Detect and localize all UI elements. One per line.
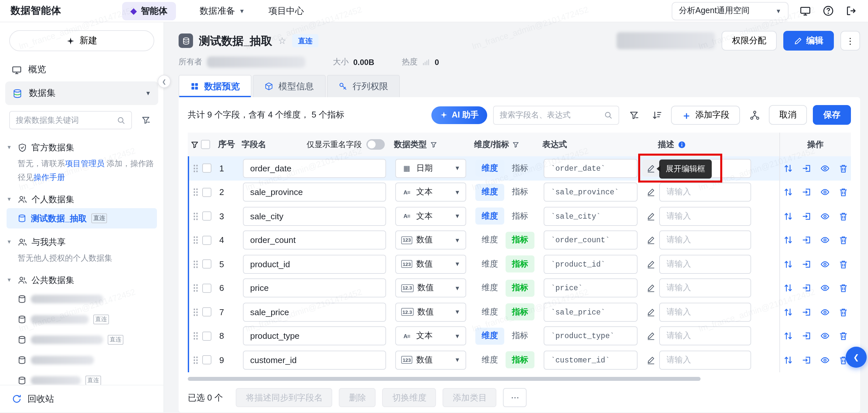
field-name-input[interactable]: sale_province xyxy=(243,183,386,202)
drag-handle-icon[interactable] xyxy=(193,260,198,268)
dimension-pill[interactable]: 维度 xyxy=(475,232,504,249)
ai-assistant-button[interactable]: AI 助手 xyxy=(431,106,487,124)
preview-eye-icon[interactable] xyxy=(820,283,830,293)
expand-editor-button[interactable] xyxy=(642,256,659,273)
description-input[interactable]: 请输入 xyxy=(659,279,751,298)
switch-dimension-button[interactable]: 切换维度 xyxy=(382,388,436,407)
move-field-icon[interactable] xyxy=(783,283,793,293)
delete-field-icon[interactable] xyxy=(838,187,848,197)
description-input[interactable]: 请输入 xyxy=(659,183,751,202)
insert-field-icon[interactable] xyxy=(801,163,811,173)
metric-pill[interactable]: 指标 xyxy=(505,184,534,201)
field-name-input[interactable]: order_date xyxy=(243,159,386,178)
move-field-icon[interactable] xyxy=(783,187,793,197)
data-type-select[interactable]: A≡ 文本 ▼ xyxy=(395,327,466,346)
drag-handle-icon[interactable] xyxy=(193,284,198,292)
metric-pill[interactable]: 指标 xyxy=(505,328,534,345)
sidebar-item-overview[interactable]: 概览 xyxy=(0,58,163,82)
data-type-select[interactable]: 123 数值 ▼ xyxy=(395,231,466,250)
permission-button[interactable]: 权限分配 xyxy=(721,31,777,51)
row-checkbox[interactable] xyxy=(202,260,211,269)
data-type-select[interactable]: 12.3 数值 ▼ xyxy=(395,303,466,322)
dataset-item-selected[interactable]: 测试数据_抽取 直连 xyxy=(6,208,157,228)
field-search-input[interactable]: 搜索字段名、表达式 xyxy=(493,105,619,124)
dimension-pill[interactable]: 维度 xyxy=(475,304,504,321)
public-dataset-item[interactable]: 直连 xyxy=(6,370,157,385)
table-filter-icon[interactable] xyxy=(188,140,201,149)
sidebar-item-recycle-bin[interactable]: 回收站 xyxy=(0,385,163,412)
row-checkbox[interactable] xyxy=(202,308,211,317)
description-input[interactable]: 请输入 xyxy=(659,207,751,226)
description-input[interactable]: 请输入 xyxy=(659,351,751,370)
delete-field-icon[interactable] xyxy=(838,307,848,317)
insert-field-icon[interactable] xyxy=(801,331,811,341)
description-input[interactable]: 请输入 xyxy=(659,231,751,250)
favorite-star-icon[interactable]: ☆ xyxy=(278,35,286,46)
help-icon[interactable] xyxy=(822,4,835,18)
insert-field-icon[interactable] xyxy=(801,307,811,317)
metric-pill[interactable]: 指标 xyxy=(505,208,534,225)
dimension-pill[interactable]: 维度 xyxy=(475,160,504,177)
delete-field-icon[interactable] xyxy=(838,163,848,173)
public-dataset-item[interactable] xyxy=(6,289,157,309)
dimension-pill[interactable]: 维度 xyxy=(475,256,504,273)
expression-input[interactable]: `sale_province` xyxy=(544,183,638,202)
dimension-pill[interactable]: 维度 xyxy=(475,328,504,345)
move-field-icon[interactable] xyxy=(783,355,793,365)
device-icon[interactable] xyxy=(798,4,811,18)
metric-pill[interactable]: 指标 xyxy=(505,352,534,369)
preview-eye-icon[interactable] xyxy=(820,307,830,317)
delete-field-icon[interactable] xyxy=(838,331,848,341)
row-checkbox[interactable] xyxy=(202,355,211,365)
cancel-button[interactable]: 取消 xyxy=(769,105,807,125)
dataset-filter-icon[interactable] xyxy=(137,112,154,129)
sync-desc-button[interactable]: 将描述同步到字段名 xyxy=(236,388,333,407)
move-field-icon[interactable] xyxy=(783,163,793,173)
dimension-pill[interactable]: 维度 xyxy=(475,280,504,297)
metric-pill[interactable]: 指标 xyxy=(505,304,534,321)
description-input[interactable]: 请输入 xyxy=(659,255,751,274)
preview-eye-icon[interactable] xyxy=(820,355,830,365)
delete-field-icon[interactable] xyxy=(838,259,848,269)
preview-eye-icon[interactable] xyxy=(820,163,830,173)
drag-handle-icon[interactable] xyxy=(193,188,198,197)
insert-field-icon[interactable] xyxy=(801,212,811,221)
preview-eye-icon[interactable] xyxy=(820,331,830,341)
collapse-panel-floating-button[interactable]: ❮ xyxy=(846,347,867,368)
tab-data-preview[interactable]: 数据预览 xyxy=(179,75,251,97)
preview-eye-icon[interactable] xyxy=(820,187,830,197)
data-type-select[interactable]: 123 数值 ▼ xyxy=(395,351,466,370)
add-field-button[interactable]: ＋ 添加字段 xyxy=(671,105,740,124)
insert-field-icon[interactable] xyxy=(801,283,811,293)
expression-input[interactable]: `customer_id` xyxy=(544,351,638,370)
type-filter-icon[interactable] xyxy=(430,141,437,148)
expand-editor-button[interactable] xyxy=(642,280,659,297)
preview-eye-icon[interactable] xyxy=(820,235,830,245)
drag-handle-icon[interactable] xyxy=(193,212,198,221)
field-name-input[interactable]: customer_id xyxy=(243,351,386,370)
drag-handle-icon[interactable] xyxy=(193,332,198,341)
move-field-icon[interactable] xyxy=(783,307,793,317)
drag-handle-icon[interactable] xyxy=(193,164,198,173)
field-name-input[interactable]: product_type xyxy=(243,327,386,346)
field-name-input[interactable]: product_id xyxy=(243,255,386,274)
expression-input[interactable]: `price` xyxy=(544,279,638,298)
description-input[interactable]: 请输入 xyxy=(659,303,751,322)
public-dataset-item[interactable] xyxy=(6,350,157,370)
info-icon[interactable] xyxy=(678,140,686,149)
workspace-select[interactable]: 分析Agent通用空间 ▼ xyxy=(672,2,788,20)
row-checkbox[interactable] xyxy=(202,212,211,221)
metric-pill[interactable]: 指标 xyxy=(505,232,534,249)
nav-item-project-center[interactable]: 项目中心 xyxy=(269,5,304,17)
dimension-pill[interactable]: 维度 xyxy=(475,184,504,201)
data-type-select[interactable]: A≡ 文本 ▼ xyxy=(395,207,466,226)
project-admin-link[interactable]: 项目管理员 xyxy=(65,159,104,168)
nav-item-agent[interactable]: ◆ 智能体 xyxy=(122,2,176,20)
tab-row-column-permission[interactable]: 行列权限 xyxy=(327,75,400,97)
manual-link[interactable]: 操作手册 xyxy=(33,173,65,182)
more-menu-button[interactable]: ⋮ xyxy=(840,31,860,51)
filter-funnel-icon[interactable] xyxy=(625,106,642,123)
sidebar-item-datasets[interactable]: 数据集 ▼ xyxy=(5,82,158,105)
move-field-icon[interactable] xyxy=(783,331,793,341)
field-name-input[interactable]: sale_price xyxy=(243,303,386,322)
